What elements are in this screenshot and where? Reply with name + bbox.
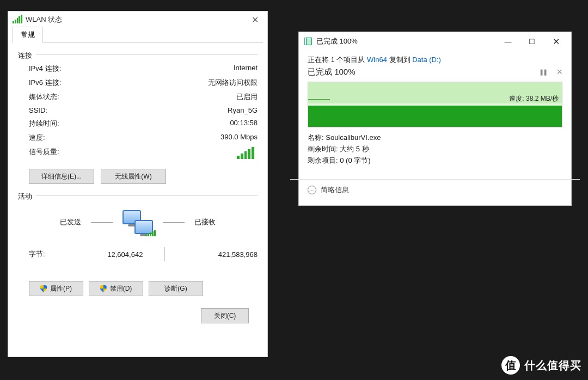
diagnose-button[interactable]: 诊断(G): [149, 281, 203, 296]
cancel-button[interactable]: ×: [556, 69, 562, 76]
ipv6-value: 无网络访问权限: [208, 78, 258, 88]
ipv4-label: IPv4 连接: [29, 64, 61, 73]
remaining-items-label: 剩余项目:: [308, 156, 340, 164]
network-activity-icon: [122, 210, 153, 234]
wireless-properties-button[interactable]: 无线属性(W): [101, 169, 166, 184]
activity-group-label: 活动: [18, 192, 32, 201]
tab-strip: 常规: [13, 28, 263, 43]
signal-quality-label: 信号质量: [29, 147, 59, 159]
wlan-title-text: WLAN 状态: [26, 15, 62, 24]
ipv4-value: Internet: [234, 64, 258, 73]
bytes-received-value: 421,583,968: [187, 250, 258, 259]
watermark: 值 什么值得买: [501, 356, 581, 375]
media-state-value: 已启用: [236, 92, 258, 102]
source-link[interactable]: Win64: [367, 56, 387, 64]
destination-link[interactable]: Data (D:): [412, 56, 441, 64]
wlan-status-window: WLAN 状态 ✕ 常规 连接 IPv4 连接Internet IPv6 连接无…: [8, 11, 268, 357]
minimize-button[interactable]: —: [496, 33, 520, 50]
tab-general[interactable]: 常规: [13, 27, 43, 43]
received-label: 已接收: [194, 217, 216, 227]
watermark-badge: 值: [501, 356, 520, 375]
fewer-details-toggle[interactable]: ︿ 简略信息: [299, 180, 571, 200]
pause-button[interactable]: ❚❚: [539, 69, 547, 76]
remaining-time-value: 大约 5 秒: [340, 145, 369, 153]
speed-readout: 速度: 38.2 MB/秒: [509, 94, 559, 103]
divider: [36, 195, 258, 196]
shield-icon: [40, 285, 47, 292]
watermark-text: 什么值得买: [524, 358, 581, 373]
bytes-label: 字节:: [29, 249, 78, 259]
remaining-time-label: 剩余时间:: [308, 145, 340, 153]
wifi-signal-icon: [237, 147, 254, 159]
shield-icon: [100, 285, 107, 292]
remaining-items-value: 0 (0 字节): [340, 156, 370, 164]
divider: [91, 222, 113, 223]
chevron-up-icon: ︿: [308, 186, 316, 194]
close-icon[interactable]: ✕: [247, 15, 263, 25]
disable-button-label: 禁用(D): [110, 284, 132, 293]
file-copy-dialog: 已完成 100% — ☐ ✕ 正在将 1 个项目从 Win64 复制到 Data…: [298, 32, 572, 206]
speed-value: 390.0 Mbps: [220, 133, 258, 143]
ssid-label: SSID: [29, 106, 47, 114]
wifi-signal-icon: [13, 16, 22, 23]
filename-value: SoulcaliburVI.exe: [326, 133, 381, 142]
divider: [163, 222, 185, 223]
ssid-value: Ryan_5G: [228, 106, 258, 114]
fewer-details-label: 简略信息: [321, 185, 349, 195]
copy-headline: 已完成 100%: [308, 67, 356, 77]
close-button[interactable]: ✕: [544, 33, 568, 50]
media-state-label: 媒体状态: [29, 92, 59, 102]
wlan-titlebar[interactable]: WLAN 状态 ✕: [8, 11, 267, 28]
throughput-graph: 速度: 38.2 MB/秒: [308, 82, 562, 127]
file-copy-icon: [304, 38, 312, 45]
properties-button-label: 属性(P): [50, 284, 72, 293]
close-button[interactable]: 关闭(C): [201, 308, 249, 323]
duration-label: 持续时间: [29, 119, 59, 128]
copy-description-line: 正在将 1 个项目从 Win64 复制到 Data (D:): [308, 55, 562, 65]
details-button[interactable]: 详细信息(E)...: [29, 169, 94, 184]
properties-button[interactable]: 属性(P): [29, 281, 83, 296]
disable-button[interactable]: 禁用(D): [89, 281, 143, 296]
sent-label: 已发送: [60, 217, 81, 227]
divider: [164, 247, 165, 261]
connection-group-label: 连接: [18, 51, 32, 60]
filename-label: 名称:: [308, 133, 326, 142]
duration-value: 00:13:58: [230, 119, 258, 128]
ipv6-label: IPv6 连接: [29, 78, 61, 88]
bytes-sent-value: 12,604,642: [78, 250, 143, 259]
copy-title-text: 已完成 100%: [316, 36, 358, 46]
copy-titlebar[interactable]: 已完成 100% — ☐ ✕: [299, 32, 571, 51]
divider: [36, 54, 258, 55]
speed-label: 速度: [29, 133, 45, 143]
maximize-button[interactable]: ☐: [520, 33, 544, 50]
